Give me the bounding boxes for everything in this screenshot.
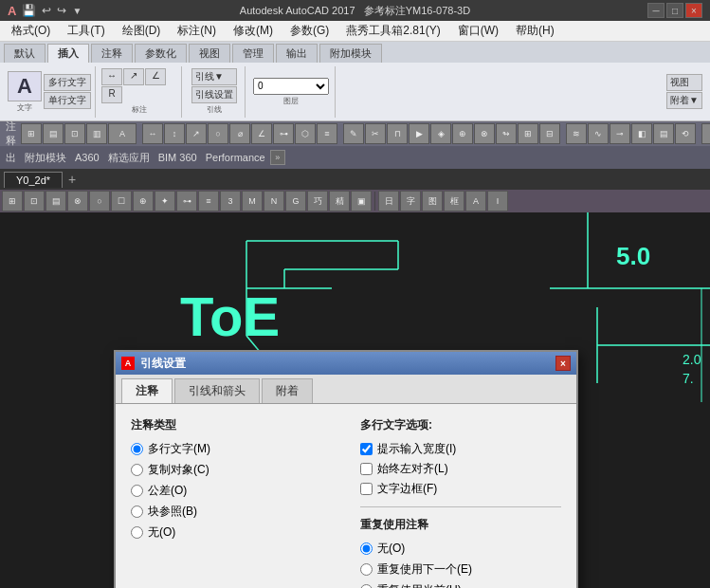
menu-help[interactable]: 帮助(H) xyxy=(508,21,562,41)
tool-24[interactable]: ⊟ xyxy=(539,123,560,144)
tb2-a360[interactable]: A360 xyxy=(71,152,103,163)
tool-9[interactable]: ○ xyxy=(208,123,228,144)
dt-7[interactable]: ⊕ xyxy=(133,191,154,211)
tool-25[interactable]: ≋ xyxy=(566,123,587,144)
radio-reuse-none[interactable]: 无(O) xyxy=(360,541,561,557)
quick-save[interactable]: 💾 xyxy=(22,4,36,17)
tool-2[interactable]: ▤ xyxy=(43,123,64,144)
tool-5[interactable]: A xyxy=(108,123,137,144)
tool-3[interactable]: ⊡ xyxy=(64,123,85,144)
ribbon-tab-home[interactable]: 默认 xyxy=(4,44,46,63)
ribbon-tab-manage[interactable]: 管理 xyxy=(232,44,274,63)
menu-annotate[interactable]: 标注(N) xyxy=(170,21,224,41)
tb2-perf[interactable]: Performance xyxy=(202,152,269,163)
radio-copy-input[interactable] xyxy=(131,464,143,476)
qleader-button[interactable]: 引线▼ xyxy=(191,68,237,85)
quick-redo[interactable]: ↪ xyxy=(57,4,66,17)
tool-10[interactable]: ⌀ xyxy=(229,123,250,144)
dt-11[interactable]: 3 xyxy=(220,191,241,211)
tb2-out[interactable]: 出 xyxy=(2,151,20,165)
tool-11[interactable]: ∠ xyxy=(251,123,272,144)
tool-15[interactable]: ✎ xyxy=(343,123,364,144)
minimize-button[interactable]: ─ xyxy=(647,3,664,18)
tool-14[interactable]: ≡ xyxy=(317,123,337,144)
tool-26[interactable]: ∿ xyxy=(588,123,609,144)
radio-copy[interactable]: 复制对象(C) xyxy=(131,462,332,478)
dialog-tab-annotation[interactable]: 注释 xyxy=(121,378,173,403)
canvas-area[interactable]: ToE 5.0 2.0 7. A 引线设置 × 注释 引线和箭头 附着 xyxy=(0,212,710,588)
dim-angular[interactable]: ∠ xyxy=(145,68,166,85)
close-button[interactable]: × xyxy=(685,3,702,18)
leader-settings[interactable]: 引线设置 xyxy=(191,86,237,103)
dt-15[interactable]: 巧 xyxy=(307,191,328,211)
dim-radius[interactable]: R xyxy=(101,86,122,103)
cb-text-border[interactable]: 文字边框(F) xyxy=(360,481,561,497)
dt-18[interactable]: 日 xyxy=(378,191,399,211)
dt-17[interactable]: ▣ xyxy=(351,191,372,211)
dt-9[interactable]: ⊶ xyxy=(176,191,197,211)
maximize-button[interactable]: □ xyxy=(666,3,683,18)
radio-mtext[interactable]: 多行文字(M) xyxy=(131,441,332,457)
menu-window[interactable]: 窗口(W) xyxy=(450,21,506,41)
radio-block-input[interactable] xyxy=(131,505,143,518)
dt-16[interactable]: 精 xyxy=(329,191,350,211)
cb-always-left-input[interactable] xyxy=(360,463,373,475)
tool-28[interactable]: ◧ xyxy=(631,123,652,144)
dialog-tab-attach[interactable]: 附着 xyxy=(262,378,313,403)
dt-14[interactable]: G xyxy=(285,191,306,211)
radio-reuse-next[interactable]: 重复使用下一个(E) xyxy=(360,561,561,578)
quick-undo[interactable]: ↩ xyxy=(42,4,51,17)
insert-view-button[interactable]: 视图 xyxy=(666,74,702,91)
tool-6[interactable]: ↔ xyxy=(142,123,163,144)
cb-text-border-input[interactable] xyxy=(360,483,373,495)
tb2-addon[interactable]: 附加模块 xyxy=(21,151,70,165)
dt-1[interactable]: ⊞ xyxy=(2,191,23,211)
menu-format[interactable]: 格式(O) xyxy=(4,21,58,41)
dialog-tab-leader[interactable]: 引线和箭头 xyxy=(174,378,260,403)
dt-10[interactable]: ≡ xyxy=(198,191,219,211)
radio-reuse-next-input[interactable] xyxy=(360,563,373,576)
tool-1[interactable]: ⊞ xyxy=(21,123,42,144)
new-tab-button[interactable]: + xyxy=(64,172,80,187)
quick-dropdown[interactable]: ▼ xyxy=(72,6,82,16)
cb-prompt-width-input[interactable] xyxy=(360,443,373,455)
file-tab-y0[interactable]: Y0_2d* xyxy=(4,172,63,188)
radio-reuse-current[interactable]: 重复使用当前(U) xyxy=(360,582,561,588)
menu-tools[interactable]: 工具(T) xyxy=(60,21,112,41)
radio-tolerance[interactable]: 公差(O) xyxy=(131,483,332,499)
ribbon-tab-annotate[interactable]: 注释 xyxy=(91,44,133,63)
tool-18[interactable]: ▶ xyxy=(409,123,429,144)
tool-19[interactable]: ◈ xyxy=(430,123,451,144)
tb2-featured[interactable]: 精选应用 xyxy=(104,151,154,165)
dt-20[interactable]: 图 xyxy=(422,191,443,211)
dt-21[interactable]: 框 xyxy=(444,191,464,211)
tool-30[interactable]: ⟲ xyxy=(675,123,696,144)
tool-20[interactable]: ⊕ xyxy=(452,123,473,144)
radio-none[interactable]: 无(O) xyxy=(131,524,332,541)
menu-yanxiu[interactable]: 燕秀工具箱2.81(Y) xyxy=(338,21,447,41)
dt-3[interactable]: ▤ xyxy=(46,191,66,211)
menu-param[interactable]: 参数(G) xyxy=(282,21,337,41)
radio-mtext-input[interactable] xyxy=(131,443,143,455)
text-style-button[interactable]: A xyxy=(8,71,42,101)
dt-6[interactable]: ☐ xyxy=(111,191,132,211)
tool-29[interactable]: ▤ xyxy=(653,123,674,144)
ribbon-tab-param[interactable]: 参数化 xyxy=(135,44,187,63)
tool-8[interactable]: ↗ xyxy=(186,123,207,144)
tb2-bim[interactable]: BIM 360 xyxy=(155,152,201,163)
cb-prompt-width[interactable]: 提示输入宽度(I) xyxy=(360,441,561,457)
ribbon-tab-view[interactable]: 视图 xyxy=(189,44,230,63)
insert-attach[interactable]: 附着▼ xyxy=(666,92,702,109)
tool-27[interactable]: ⊸ xyxy=(610,123,630,144)
tool-22[interactable]: ↬ xyxy=(496,123,517,144)
radio-block[interactable]: 块参照(B) xyxy=(131,504,332,520)
tool-21[interactable]: ⊗ xyxy=(474,123,495,144)
tool-7[interactable]: ↕ xyxy=(164,123,185,144)
tool-4[interactable]: ▥ xyxy=(86,123,107,144)
tool-12[interactable]: ⊶ xyxy=(273,123,294,144)
dt-8[interactable]: ✦ xyxy=(155,191,175,211)
ribbon-tab-output[interactable]: 输出 xyxy=(276,44,318,63)
tool-23[interactable]: ⊞ xyxy=(518,123,538,144)
dt-23[interactable]: I xyxy=(487,191,508,211)
toolbar-expand[interactable]: » xyxy=(270,150,285,165)
